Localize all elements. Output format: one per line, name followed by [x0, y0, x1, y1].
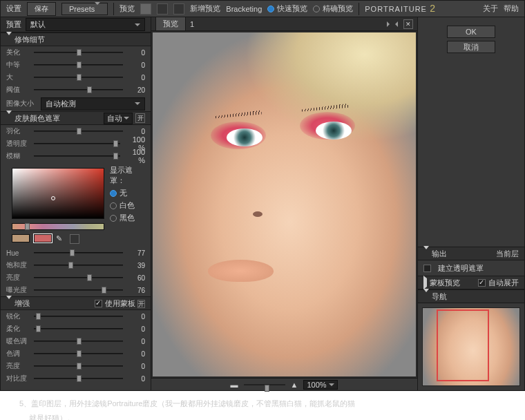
help-link[interactable]: 帮助	[504, 3, 519, 14]
view-split-v-icon[interactable]	[173, 3, 184, 15]
fine-slider[interactable]	[34, 48, 123, 57]
skinpv-header[interactable]: 蒙板预览自动展开	[418, 276, 524, 289]
detail-header[interactable]: 修饰细节	[1, 32, 151, 46]
precise-preview-radio[interactable]: 精确预览	[313, 3, 353, 14]
large-slider[interactable]	[34, 73, 123, 82]
preview-tab[interactable]: 预览	[155, 17, 186, 31]
hue-bar[interactable]	[12, 223, 104, 230]
bracketing-link[interactable]: Bracketing	[226, 5, 262, 13]
contrast-slider[interactable]	[34, 374, 123, 383]
caption-text: 5、盖印图层，用外挂滤镜Portraiture磨皮（我一般都用外挂滤镜磨皮，不管…	[0, 391, 525, 420]
lum-slider[interactable]	[34, 274, 123, 282]
ok-button[interactable]: OK	[447, 26, 495, 38]
brand-logo: PORTRAITURE 2	[365, 3, 436, 15]
eyedropper-icon[interactable]: ✎	[56, 234, 66, 244]
enhance-header[interactable]: 增强 使用蒙板 开	[1, 296, 151, 310]
view-single-icon[interactable]	[140, 3, 151, 15]
autoexp-checkbox[interactable]	[478, 279, 486, 287]
preset-label: 预置	[6, 19, 21, 30]
close-tab-icon[interactable]: ✕	[403, 19, 413, 29]
enhance-toggle[interactable]: 开	[137, 300, 145, 308]
bright-slider[interactable]	[34, 362, 123, 370]
medium-slider[interactable]	[34, 61, 123, 69]
soft-slider[interactable]	[34, 325, 123, 333]
mask-none-radio[interactable]: 无	[110, 188, 145, 198]
swatch-1[interactable]	[12, 234, 30, 242]
zoom-slider[interactable]	[244, 384, 285, 385]
nav-header[interactable]: 导航	[418, 289, 524, 303]
navigator-viewport[interactable]	[437, 309, 489, 381]
mask-auto-dropdown[interactable]: 自动	[104, 113, 133, 124]
presets-button[interactable]: Presets	[61, 3, 108, 15]
tint-slider[interactable]	[34, 350, 123, 358]
left-panel: 预置 默认 修饰细节 美化0 中等0 大0 阀值20 图像大小自动检测 皮肤颜色…	[1, 17, 151, 390]
zoom-in-icon[interactable]: ▲	[291, 381, 298, 389]
color-tool-icon[interactable]	[70, 234, 79, 244]
hue-slider[interactable]	[34, 249, 123, 257]
warm-slider[interactable]	[34, 337, 123, 345]
preview-canvas[interactable]	[153, 32, 416, 376]
threshold-slider[interactable]	[34, 86, 123, 94]
sat-slider[interactable]	[34, 261, 123, 269]
top-toolbar: 设置 保存 Presets 预览 新增预览 Bracketing 快速预览 精确…	[1, 1, 524, 17]
preview-label: 预览	[120, 3, 135, 14]
mask-white-radio[interactable]: 白色	[110, 200, 145, 211]
feather-slider[interactable]	[34, 127, 123, 135]
output-header[interactable]: 输出当前层	[418, 247, 524, 260]
view-split-h-icon[interactable]	[157, 3, 168, 15]
preview-area: 预览 1 ✕ ▬ ▲ 100%	[151, 17, 417, 390]
zoom-out-icon[interactable]: ▬	[231, 381, 238, 389]
navigator-thumbnail[interactable]	[422, 307, 520, 386]
newmask-checkbox[interactable]	[423, 265, 431, 272]
mask-toggle[interactable]: 开	[135, 113, 145, 123]
skinmask-header[interactable]: 皮肤颜色遮罩 自动开	[1, 111, 151, 125]
blur-slider[interactable]	[34, 152, 120, 160]
settings-label: 设置	[6, 3, 21, 14]
zoom-dropdown[interactable]: 100%	[303, 380, 338, 390]
about-link[interactable]: 关于	[483, 3, 498, 14]
cancel-button[interactable]: 取消	[447, 41, 495, 53]
new-preview-link[interactable]: 新增预览	[190, 3, 220, 14]
imagesize-dropdown[interactable]: 自动检测	[41, 97, 145, 111]
lat-slider[interactable]	[34, 286, 123, 294]
right-panel: OK 取消 输出当前层 建立透明遮罩 蒙板预览自动展开 导航	[417, 17, 524, 390]
opacity-slider[interactable]	[34, 140, 120, 148]
save-button[interactable]: 保存	[27, 2, 56, 16]
use-skin-checkbox[interactable]	[95, 300, 102, 307]
color-picker-box[interactable]	[12, 168, 104, 219]
swatch-2[interactable]	[34, 234, 52, 242]
mask-black-radio[interactable]: 黑色	[110, 213, 145, 223]
preset-dropdown[interactable]: 默认	[26, 18, 145, 31]
sharp-slider[interactable]	[34, 312, 123, 321]
fast-preview-radio[interactable]: 快速预览	[267, 3, 307, 14]
